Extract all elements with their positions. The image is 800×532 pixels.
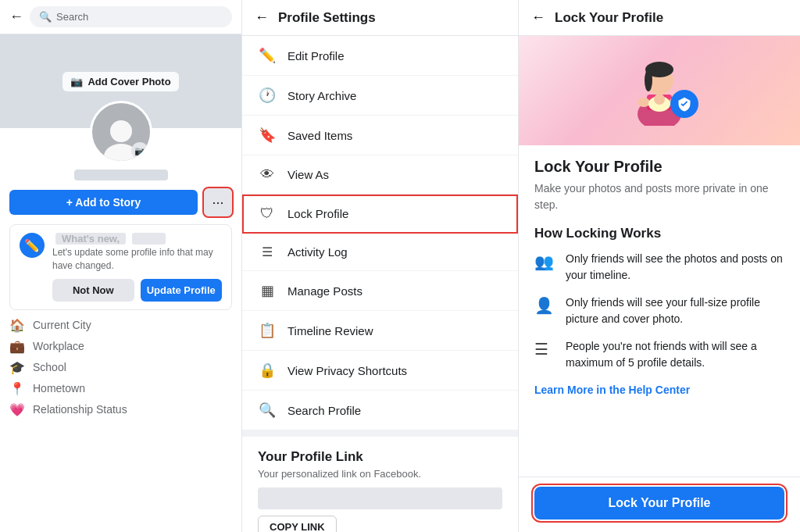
story-archive-icon: 🕐: [258, 87, 277, 104]
search-placeholder: Search: [56, 11, 88, 23]
city-icon: 🏠: [9, 318, 25, 333]
search-icon: 🔍: [39, 11, 52, 23]
whats-new-content: What's new, Let's update some profile in…: [52, 233, 222, 302]
lock-profile-icon: 🛡: [258, 205, 277, 222]
svg-point-10: [654, 94, 665, 105]
camera-icon: 📷: [70, 76, 83, 87]
right-panel: ← Lock Your Profile: [519, 0, 800, 532]
lock-feature-item: 👥 Only friends will see the photos and p…: [534, 251, 784, 284]
add-to-story-button[interactable]: + Add to Story: [9, 190, 198, 215]
profile-link-section: Your Profile Link Your personalized link…: [242, 437, 518, 532]
left-panel: ← 🔍 Search 📷 Add Cover Photo 📷 + Add to …: [0, 0, 242, 532]
menu-item-saved-items[interactable]: 🔖 Saved Items: [242, 116, 518, 155]
lock-your-profile-button[interactable]: Lock Your Profile: [534, 487, 784, 520]
manage-posts-icon: ▦: [258, 282, 277, 299]
learn-more-link[interactable]: Learn More in the Help Center: [534, 384, 784, 396]
lock-hero: [519, 36, 800, 145]
shield-icon: [677, 96, 692, 112]
svg-point-5: [645, 70, 652, 91]
saved-items-icon: 🔖: [258, 127, 277, 144]
menu-item-activity-log[interactable]: ☰ Activity Log: [242, 234, 518, 271]
right-title: Lock Your Profile: [555, 10, 663, 26]
whats-new-icon: ✏️: [20, 233, 45, 258]
more-options-button[interactable]: ···: [204, 188, 232, 216]
not-now-button[interactable]: Not Now: [52, 279, 134, 302]
svg-point-0: [110, 120, 132, 142]
activity-log-icon: ☰: [258, 245, 277, 259]
list-item: 💗 Relationship Status: [9, 402, 232, 417]
lock-main-desc: Make your photos and posts more private …: [534, 180, 784, 213]
view-as-icon: 👁: [258, 166, 277, 183]
whats-new-actions: Not Now Update Profile: [52, 279, 222, 302]
middle-title: Profile Settings: [278, 10, 376, 26]
list-item: 🎓 School: [9, 360, 232, 375]
add-cover-photo-button[interactable]: 📷 Add Cover Photo: [62, 72, 178, 91]
lock-feature-item: 👤 Only friends will see your full-size p…: [534, 295, 784, 327]
avatar-area: 📷: [0, 101, 241, 163]
whats-new-title: What's new,: [52, 233, 222, 245]
whats-new-desc: Let's update some profile info that may …: [52, 246, 222, 273]
menu-item-story-archive[interactable]: 🕐 Story Archive: [242, 76, 518, 116]
update-profile-button[interactable]: Update Profile: [141, 279, 223, 302]
list-item: 🏠 Current City: [9, 318, 232, 333]
middle-panel: ← Profile Settings ✏️ Edit Profile 🕐 Sto…: [242, 0, 519, 532]
profile-picture-icon: 👤: [534, 296, 556, 315]
workplace-icon: 💼: [9, 339, 25, 354]
menu-item-view-privacy[interactable]: 🔒 View Privacy Shortcuts: [242, 351, 518, 391]
hometown-icon: 📍: [9, 381, 25, 396]
list-item: 📍 Hometown: [9, 381, 232, 396]
lock-profile-btn-wrap: Lock Your Profile: [519, 477, 800, 532]
lock-main-title: Lock Your Profile: [534, 158, 784, 176]
right-header: ← Lock Your Profile: [519, 0, 800, 36]
profile-link-desc: Your personalized link on Facebook.: [258, 468, 502, 480]
left-back-arrow[interactable]: ←: [9, 9, 23, 25]
search-profile-icon: 🔍: [258, 402, 277, 419]
menu-item-timeline-review[interactable]: 📋 Timeline Review: [242, 311, 518, 351]
timeline-review-icon: 📋: [258, 322, 277, 339]
hero-illustration: [628, 55, 691, 126]
name-blur-inline: [132, 233, 166, 245]
menu-list: ✏️ Edit Profile 🕐 Story Archive 🔖 Saved …: [242, 36, 518, 532]
middle-back-arrow[interactable]: ←: [255, 9, 269, 26]
copy-link-button[interactable]: COPY LINK: [258, 516, 337, 532]
profile-name: [0, 170, 241, 180]
relationship-icon: 💗: [9, 402, 25, 417]
search-input-wrap[interactable]: 🔍 Search: [30, 6, 232, 27]
svg-point-7: [638, 98, 650, 107]
privacy-shortcuts-icon: 🔒: [258, 362, 277, 379]
list-item: 💼 Workplace: [9, 339, 232, 354]
action-row: + Add to Story ···: [0, 188, 241, 224]
menu-item-edit-profile[interactable]: ✏️ Edit Profile: [242, 36, 518, 76]
edit-profile-icon: ✏️: [258, 47, 277, 64]
profile-link-url: [258, 487, 502, 509]
profile-info-list: 🏠 Current City 💼 Workplace 🎓 School 📍 Ho…: [0, 318, 241, 417]
menu-item-manage-posts[interactable]: ▦ Manage Posts: [242, 271, 518, 311]
middle-header: ← Profile Settings: [242, 0, 518, 36]
school-icon: 🎓: [9, 360, 25, 375]
avatar: 📷: [90, 101, 152, 163]
profile-link-title: Your Profile Link: [258, 449, 502, 465]
profile-details-icon: ☰: [534, 340, 556, 359]
lock-content: Lock Your Profile Make your photos and p…: [519, 145, 800, 477]
right-back-arrow[interactable]: ←: [531, 9, 545, 26]
friends-timeline-icon: 👥: [534, 252, 556, 271]
menu-item-lock-profile[interactable]: 🛡 Lock Profile: [242, 195, 518, 234]
menu-item-search-profile[interactable]: 🔍 Search Profile: [242, 391, 518, 430]
avatar-camera-badge[interactable]: 📷: [131, 142, 148, 159]
shield-badge: [670, 90, 698, 118]
how-locking-works-title: How Locking Works: [534, 226, 784, 241]
divider: [242, 430, 518, 437]
menu-item-view-as[interactable]: 👁 View As: [242, 155, 518, 195]
search-bar: ← 🔍 Search: [0, 0, 241, 34]
lock-feature-item: ☰ People you're not friends with will se…: [534, 338, 784, 371]
whats-new-card: ✏️ What's new, Let's update some profile…: [9, 224, 232, 310]
lock-feature-list: 👥 Only friends will see the photos and p…: [534, 251, 784, 371]
